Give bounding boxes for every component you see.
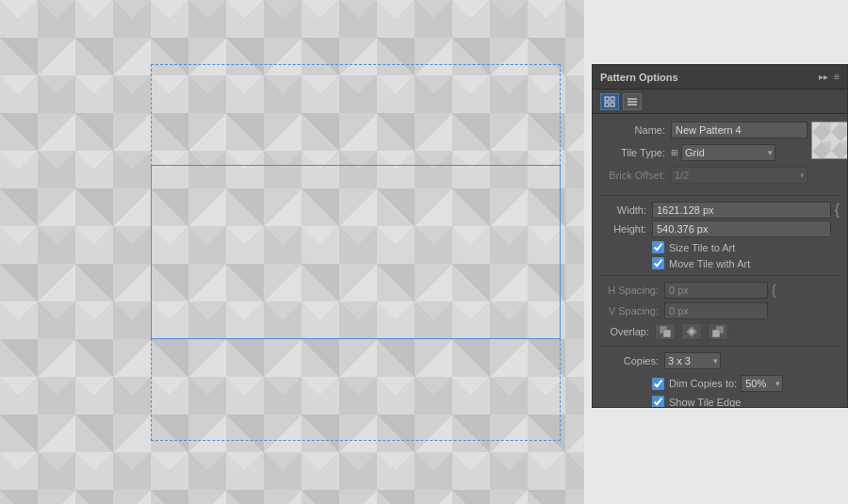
- show-tile-edge-checkbox[interactable]: [652, 396, 664, 407]
- dim-copies-input-wrap: [741, 375, 783, 392]
- pattern-options-panel: Pattern Options ▸▸ ≡: [592, 64, 848, 408]
- size-tile-label[interactable]: Size Tile to Art: [669, 242, 735, 253]
- dim-copies-row: Dim Copies to:: [600, 375, 840, 392]
- divider-1: [600, 195, 840, 196]
- v-spacing-input[interactable]: [664, 302, 768, 319]
- tile-type-label: Tile Type:: [600, 147, 671, 158]
- panel-toolbar: [593, 89, 847, 114]
- svg-rect-29: [628, 101, 637, 103]
- svg-rect-30: [628, 104, 637, 106]
- dim-copies-label[interactable]: Dim Copies to:: [669, 378, 737, 389]
- dim-copies-input[interactable]: [741, 375, 783, 392]
- copies-select[interactable]: 3 x 3 5 x 5 7 x 7: [664, 352, 721, 369]
- brick-offset-label: Brick Offset:: [600, 170, 671, 181]
- svg-rect-28: [628, 98, 637, 100]
- show-tile-edge-row: Show Tile Edge: [600, 396, 840, 407]
- move-tile-checkbox[interactable]: [652, 257, 664, 269]
- brick-offset-select[interactable]: 1/2 1/3 1/4: [671, 167, 807, 184]
- name-input[interactable]: [671, 122, 807, 138]
- show-tile-edge-label[interactable]: Show Tile Edge: [669, 397, 741, 408]
- pattern-canvas: [0, 0, 584, 504]
- copies-row: Copies: 3 x 3 5 x 5 7 x 7: [600, 352, 840, 369]
- panel-title: Pattern Options: [600, 72, 678, 83]
- svg-rect-24: [605, 97, 609, 101]
- overlap-btn-3[interactable]: [708, 323, 728, 340]
- height-label: Height:: [600, 223, 652, 235]
- grid-tile-icon: ⊞: [671, 148, 678, 157]
- svg-rect-26: [605, 103, 609, 106]
- h-spacing-row: H Spacing: {: [600, 282, 840, 299]
- panel-body: Name: Tile Type: ⊞ Grid Brick by Row Bri…: [593, 114, 847, 407]
- width-input[interactable]: [652, 202, 831, 219]
- name-label: Name:: [600, 124, 671, 136]
- move-tile-row: Move Tile with Art: [600, 257, 840, 269]
- h-spacing-input[interactable]: [664, 282, 768, 299]
- spacing-link-icon[interactable]: {: [772, 283, 776, 298]
- width-label: Width:: [600, 204, 652, 216]
- overlap-label: Overlap:: [600, 326, 655, 337]
- height-input[interactable]: [652, 220, 831, 237]
- panel-header-icons: ▸▸ ≡: [819, 72, 840, 82]
- overlap-btn-1[interactable]: [655, 323, 676, 340]
- list-view-button[interactable]: [623, 93, 642, 110]
- move-tile-label[interactable]: Move Tile with Art: [669, 258, 750, 269]
- svg-rect-23: [0, 0, 584, 504]
- svg-rect-27: [611, 103, 614, 106]
- panel-header: Pattern Options ▸▸ ≡: [593, 65, 847, 89]
- svg-rect-25: [611, 97, 614, 101]
- grid-view-button[interactable]: [600, 93, 619, 110]
- overlap-buttons: [655, 323, 731, 340]
- divider-2: [600, 275, 840, 276]
- overlap-row: Overlap:: [600, 323, 840, 340]
- panel-expand-button[interactable]: ▸▸: [819, 72, 828, 82]
- wh-link-icon[interactable]: {: [835, 203, 840, 218]
- dim-copies-checkbox[interactable]: [652, 378, 664, 390]
- copies-label: Copies:: [600, 355, 664, 366]
- copies-select-wrap: 3 x 3 5 x 5 7 x 7: [664, 352, 721, 369]
- svg-rect-32: [663, 330, 671, 337]
- overlap-btn-2[interactable]: [681, 323, 702, 340]
- swatch-preview: [811, 122, 847, 159]
- divider-3: [600, 346, 840, 347]
- v-spacing-row: V Spacing: {: [600, 302, 840, 319]
- v-spacing-label: V Spacing:: [600, 305, 664, 317]
- panel-menu-button[interactable]: ≡: [834, 72, 840, 82]
- size-tile-row: Size Tile to Art: [600, 241, 840, 253]
- tile-type-select[interactable]: Grid Brick by Row Brick by Column Hex by…: [681, 144, 775, 161]
- h-spacing-label: H Spacing:: [600, 285, 664, 296]
- svg-rect-36: [712, 330, 720, 337]
- size-tile-checkbox[interactable]: [652, 241, 664, 253]
